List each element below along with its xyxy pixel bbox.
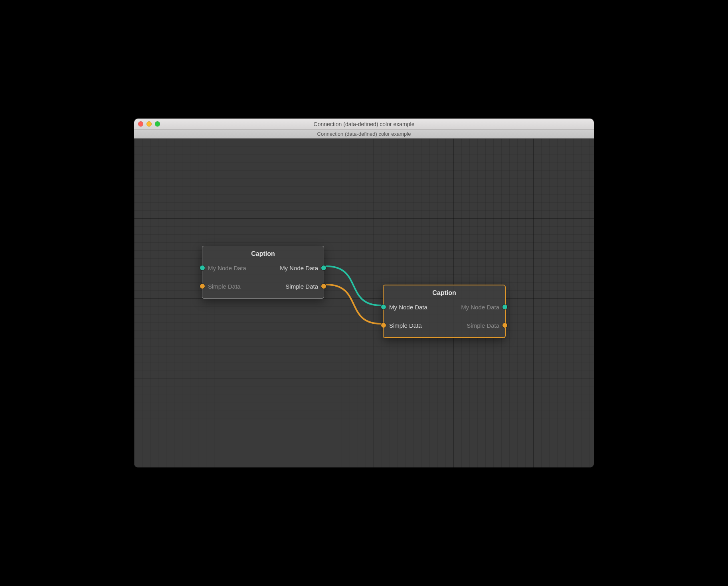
output-port-icon[interactable] <box>502 305 507 309</box>
connection-layer <box>134 139 594 467</box>
output-port-label: Simple Data <box>285 283 318 290</box>
sub-titlebar: Connection (data-defined) color example <box>134 130 594 139</box>
app-window: Connection (data-defined) color example … <box>134 119 594 467</box>
connection-wire[interactable] <box>326 285 381 324</box>
node-port-row: My Node Data My Node Data <box>208 261 318 274</box>
input-port-icon[interactable] <box>381 305 386 309</box>
node-port-row: Simple Data Simple Data <box>389 319 499 332</box>
grid-minor <box>134 139 594 467</box>
input-port-icon[interactable] <box>200 284 205 289</box>
output-port-label: My Node Data <box>461 304 499 311</box>
output-port-label: Simple Data <box>467 322 499 329</box>
connection-wire[interactable] <box>326 266 381 305</box>
input-port-icon[interactable] <box>200 265 205 270</box>
output-port-icon[interactable] <box>321 284 326 289</box>
minimize-icon[interactable] <box>146 121 152 127</box>
output-port-icon[interactable] <box>321 265 326 270</box>
node-canvas[interactable]: Caption My Node Data My Node Data Simple… <box>134 139 594 467</box>
input-port-label: My Node Data <box>208 265 246 271</box>
input-port-label: Simple Data <box>208 283 241 290</box>
titlebar[interactable]: Connection (data-defined) color example <box>134 119 594 130</box>
node-title: Caption <box>208 250 318 257</box>
grid-major <box>134 139 594 467</box>
input-port-label: Simple Data <box>389 322 422 329</box>
node-title: Caption <box>389 289 499 297</box>
output-port-icon[interactable] <box>502 323 507 328</box>
input-port-icon[interactable] <box>381 323 386 328</box>
close-icon[interactable] <box>138 121 143 127</box>
input-port-label: My Node Data <box>389 304 427 311</box>
graph-node[interactable]: Caption My Node Data My Node Data Simple… <box>202 246 324 299</box>
node-port-row: Simple Data Simple Data <box>208 280 318 293</box>
zoom-icon[interactable] <box>155 121 160 127</box>
sub-title: Connection (data-defined) color example <box>317 131 411 137</box>
graph-node[interactable]: Caption My Node Data My Node Data Simple… <box>383 285 505 338</box>
window-title: Connection (data-defined) color example <box>134 121 594 127</box>
output-port-label: My Node Data <box>280 265 318 271</box>
window-controls <box>138 121 160 127</box>
node-port-row: My Node Data My Node Data <box>389 301 499 313</box>
